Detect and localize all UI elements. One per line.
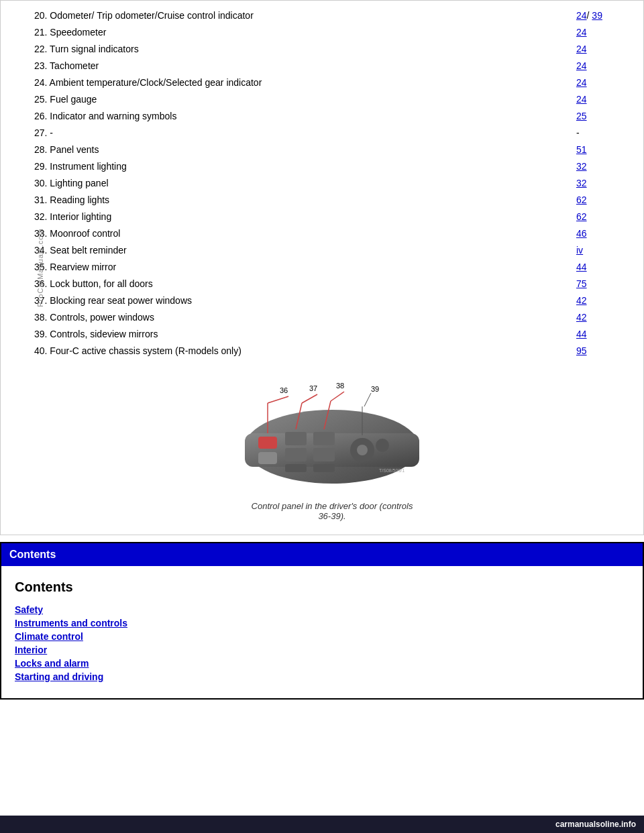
contents-link[interactable]: Starting and driving (15, 671, 103, 682)
toc-page-link[interactable]: 24 (576, 10, 587, 21)
toc-item: 31. Reading lights62 (34, 192, 630, 209)
toc-list: 20. Odometer/ Trip odometer/Cruise contr… (34, 7, 630, 359)
svg-line-17 (302, 394, 317, 403)
toc-page-link[interactable]: 75 (576, 278, 587, 289)
svg-rect-9 (313, 464, 335, 472)
toc-item: 25. Fuel gauge24 (34, 91, 630, 108)
svg-text:T/S08/509/1: T/S08/509/1 (379, 468, 405, 473)
toc-item-page[interactable]: 95 (576, 344, 630, 358)
toc-item-label: 24. Ambient temperature/Clock/Selected g… (34, 76, 576, 90)
contents-link[interactable]: Interior (15, 645, 47, 655)
toc-page-link[interactable]: 24 (576, 27, 587, 38)
toc-page-link[interactable]: 62 (576, 195, 587, 205)
toc-item-label: 26. Indicator and warning symbols (34, 109, 576, 123)
svg-text:38: 38 (336, 382, 344, 390)
toc-item: 32. Interior lighting62 (34, 209, 630, 225)
toc-item: 21. Speedometer24 (34, 24, 630, 41)
toc-item: 38. Controls, power windows42 (34, 309, 630, 326)
toc-item-label: 23. Tachometer (34, 59, 576, 73)
toc-page-link[interactable]: 24 (576, 60, 587, 71)
toc-item: 35. Rearview mirror44 (34, 259, 630, 276)
footer-logo: carmanualsoline.info (555, 820, 636, 829)
toc-page-link[interactable]: 44 (576, 329, 587, 339)
diagram-caption: Control panel in the driver's door (cont… (34, 501, 630, 521)
svg-rect-5 (285, 448, 307, 461)
toc-item: 39. Controls, sideview mirrors44 (34, 326, 630, 343)
toc-item-page[interactable]: 42 (576, 311, 630, 325)
toc-item-label: 33. Moonroof control (34, 227, 576, 241)
toc-page-link[interactable]: 51 (576, 144, 587, 155)
toc-item-label: 20. Odometer/ Trip odometer/Cruise contr… (34, 9, 576, 23)
contents-link-item: Interior (15, 645, 629, 655)
svg-point-11 (357, 445, 368, 455)
toc-item-label: 30. Lighting panel (34, 176, 576, 190)
toc-item-page[interactable]: 51 (576, 143, 630, 157)
toc-item: 37. Blocking rear seat power windows42 (34, 292, 630, 309)
svg-text:36: 36 (280, 386, 288, 394)
toc-item-page[interactable]: 25 (576, 109, 630, 123)
toc-item-page[interactable]: 62 (576, 210, 630, 224)
toc-page-link[interactable]: iv (576, 245, 583, 256)
toc-page-link[interactable]: 25 (576, 111, 587, 121)
toc-item: 40. Four-C active chassis system (R-mode… (34, 343, 630, 359)
toc-page-link[interactable]: 46 (576, 228, 587, 239)
toc-item-page[interactable]: 24/ 39 (576, 9, 630, 23)
contents-link[interactable]: Safety (15, 604, 43, 615)
toc-item-label: 39. Controls, sideview mirrors (34, 327, 576, 341)
toc-item-label: 22. Turn signal indicators (34, 42, 576, 56)
toc-item: 20. Odometer/ Trip odometer/Cruise contr… (34, 7, 630, 24)
toc-page-link[interactable]: 62 (576, 211, 587, 222)
toc-item: 29. Instrument lighting32 (34, 158, 630, 175)
toc-item: 23. Tachometer24 (34, 58, 630, 74)
toc-page-link[interactable]: 42 (576, 295, 587, 306)
contents-section: Contents Contents SafetyInstruments and … (0, 542, 644, 700)
toc-page-link[interactable]: 42 (576, 312, 587, 323)
toc-item-page[interactable]: - (576, 126, 630, 140)
contents-link-item: Safety (15, 604, 629, 615)
toc-page-link[interactable]: 39 (592, 10, 602, 21)
toc-page-link[interactable]: 95 (576, 345, 587, 356)
toc-page-link[interactable]: 24 (576, 94, 587, 105)
svg-line-24 (364, 393, 371, 406)
toc-item-page[interactable]: 44 (576, 327, 630, 341)
toc-item-page[interactable]: 24 (576, 42, 630, 56)
svg-point-12 (376, 439, 389, 452)
toc-item-label: 40. Four-C active chassis system (R-mode… (34, 344, 576, 358)
toc-page-link[interactable]: 44 (576, 262, 587, 272)
toc-item-label: 32. Interior lighting (34, 210, 576, 224)
contents-link[interactable]: Locks and alarm (15, 658, 89, 669)
svg-text:39: 39 (371, 385, 379, 393)
watermark: ProCarManuals.com (36, 228, 44, 307)
toc-page-link[interactable]: 32 (576, 161, 587, 172)
contents-link-item: Starting and driving (15, 671, 629, 682)
toc-item: 26. Indicator and warning symbols25 (34, 108, 630, 125)
toc-item-page[interactable]: 62 (576, 193, 630, 207)
toc-item-label: 27. - (34, 126, 576, 140)
toc-item-page[interactable]: iv (576, 243, 630, 258)
toc-item-page[interactable]: 75 (576, 277, 630, 291)
toc-item-label: 38. Controls, power windows (34, 311, 576, 325)
toc-item-page[interactable]: 42 (576, 294, 630, 308)
toc-item-page[interactable]: 32 (576, 176, 630, 190)
toc-item-page[interactable]: 44 (576, 260, 630, 274)
toc-item-page[interactable]: 46 (576, 227, 630, 241)
toc-page-link[interactable]: 32 (576, 178, 587, 188)
toc-item-label: 28. Panel vents (34, 143, 576, 157)
svg-text:37: 37 (309, 384, 317, 392)
contents-links: SafetyInstruments and controlsClimate co… (15, 604, 629, 682)
svg-rect-8 (313, 448, 335, 461)
toc-item-page[interactable]: 32 (576, 160, 630, 174)
toc-item-page[interactable]: 24 (576, 25, 630, 40)
toc-item: 24. Ambient temperature/Clock/Selected g… (34, 74, 630, 91)
contents-link[interactable]: Climate control (15, 631, 83, 642)
main-content: ProCarManuals.com 20. Odometer/ Trip odo… (0, 0, 644, 535)
contents-link[interactable]: Instruments and controls (15, 618, 127, 628)
toc-item: 34. Seat belt reminderiv (34, 242, 630, 259)
toc-item-page[interactable]: 24 (576, 76, 630, 90)
toc-page-link[interactable]: 24 (576, 77, 587, 88)
toc-item-page[interactable]: 24 (576, 93, 630, 107)
toc-item-page[interactable]: 24 (576, 59, 630, 73)
contents-body: Contents SafetyInstruments and controlsC… (1, 566, 643, 698)
toc-item-label: 25. Fuel gauge (34, 93, 576, 107)
toc-page-link[interactable]: 24 (576, 44, 587, 54)
